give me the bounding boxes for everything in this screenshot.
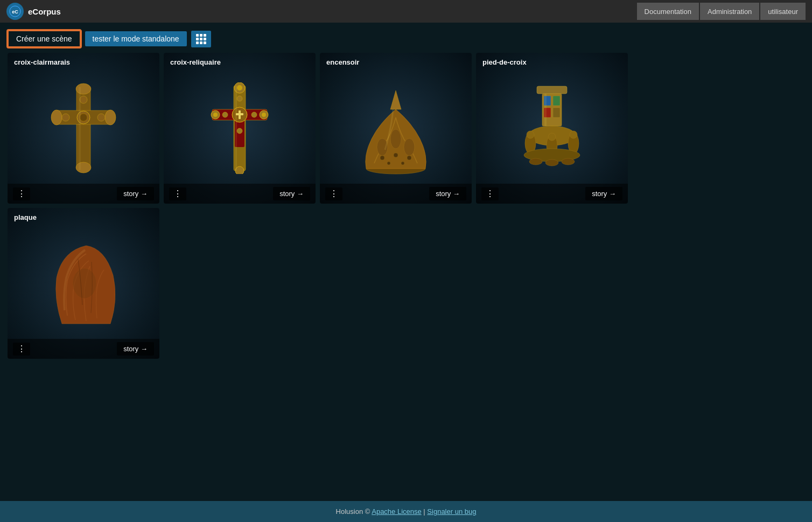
svg-point-35 <box>404 138 415 156</box>
card-image-croix-clairmarais <box>8 53 159 204</box>
card-menu-button-plaque[interactable]: ⋮ <box>13 343 30 356</box>
card-story-button-plaque[interactable]: story → <box>117 342 154 356</box>
card-menu-button-croix-reliquaire[interactable]: ⋮ <box>169 187 186 200</box>
card-bottom-encensoir: ⋮ story → <box>320 184 472 204</box>
svg-point-34 <box>390 129 401 149</box>
svg-point-37 <box>394 153 398 157</box>
cards-row-1: croix-clairmarais <box>8 53 804 204</box>
svg-point-5 <box>76 162 91 173</box>
svg-point-22 <box>262 113 266 117</box>
navbar: eC eCorpus Documentation Administration … <box>0 0 812 23</box>
card-story-button-croix-reliquaire[interactable]: story → <box>273 187 310 200</box>
svg-point-9 <box>80 114 87 121</box>
card-title-croix-clairmarais: croix-clairmarais <box>14 58 70 66</box>
apache-license-link[interactable]: Apache License <box>372 507 422 516</box>
card-croix-clairmarais: croix-clairmarais <box>8 53 159 204</box>
croix-clairmarais-svg <box>48 82 118 174</box>
svg-point-39 <box>387 162 390 165</box>
svg-point-7 <box>105 110 116 125</box>
footer-text: Holusion © <box>336 507 372 516</box>
svg-point-49 <box>527 131 534 138</box>
card-story-button-pied-de-croix[interactable]: story → <box>585 187 622 200</box>
svg-rect-46 <box>553 108 560 117</box>
card-bottom-croix-reliquaire: ⋮ story → <box>164 184 316 204</box>
svg-point-29 <box>237 96 242 101</box>
svg-point-57 <box>562 158 575 165</box>
card-bottom-croix-clairmarais: ⋮ story → <box>8 184 159 204</box>
user-button[interactable]: utilisateur <box>760 3 806 20</box>
svg-rect-41 <box>537 86 567 94</box>
card-story-button-croix-clairmarais[interactable]: story → <box>117 187 154 200</box>
grid-view-button[interactable] <box>191 31 211 47</box>
card-menu-button-pied-de-croix[interactable]: ⋮ <box>481 187 499 200</box>
svg-point-53 <box>570 131 577 138</box>
administration-button[interactable]: Administration <box>700 3 759 20</box>
svg-rect-44 <box>553 96 560 106</box>
svg-point-11 <box>97 114 105 121</box>
card-plaque: plaque <box>8 208 159 359</box>
footer: Holusion © Apache License | Signaler un … <box>0 501 812 522</box>
croix-reliquaire-svg <box>205 82 275 174</box>
svg-point-18 <box>237 85 242 91</box>
encensoir-svg <box>353 80 439 177</box>
nav-buttons: Documentation Administration utilisateur <box>637 3 806 20</box>
main-content: croix-clairmarais <box>0 53 812 501</box>
report-bug-link[interactable]: Signaler un bug <box>427 507 476 516</box>
footer-separator: | <box>422 507 428 516</box>
svg-point-20 <box>213 113 218 117</box>
grid-icon <box>196 34 206 44</box>
svg-text:eC: eC <box>12 9 18 15</box>
pied-de-croix-svg <box>514 80 590 177</box>
svg-rect-26 <box>236 113 243 115</box>
card-image-croix-reliquaire <box>164 53 316 204</box>
svg-point-4 <box>76 83 91 94</box>
card-menu-button-croix-clairmarais[interactable]: ⋮ <box>13 187 30 200</box>
card-title-croix-reliquaire: croix-reliquaire <box>170 58 221 66</box>
card-croix-reliquaire: croix-reliquaire <box>164 53 316 204</box>
card-menu-button-encensoir[interactable]: ⋮ <box>325 187 342 200</box>
plaque-svg <box>46 235 121 332</box>
svg-point-59 <box>73 268 96 298</box>
nav-left: eC eCorpus <box>6 3 61 20</box>
card-bottom-pied-de-croix: ⋮ story → <box>476 184 628 204</box>
card-title-plaque: plaque <box>14 213 37 221</box>
card-image-encensoir <box>320 53 472 204</box>
card-title-pied-de-croix: pied-de-croix <box>482 58 527 66</box>
card-bottom-plaque: ⋮ story → <box>8 339 159 359</box>
create-scene-button[interactable]: Créer une scène <box>8 30 81 47</box>
svg-rect-13 <box>79 87 81 170</box>
svg-point-27 <box>222 112 228 117</box>
svg-point-30 <box>237 128 242 134</box>
card-image-plaque <box>8 208 159 359</box>
standalone-mode-button[interactable]: tester le mode standalone <box>85 31 187 46</box>
svg-point-28 <box>251 112 257 117</box>
svg-point-56 <box>545 159 558 166</box>
svg-rect-58 <box>544 94 547 126</box>
svg-point-36 <box>380 156 384 160</box>
logo-icon: eC <box>6 3 24 20</box>
svg-point-6 <box>51 110 62 125</box>
svg-rect-31 <box>235 86 237 171</box>
card-encensoir: encensoir <box>320 53 472 204</box>
card-pied-de-croix: pied-de-croix <box>476 53 628 204</box>
svg-point-10 <box>62 114 69 121</box>
svg-point-55 <box>529 158 542 165</box>
documentation-button[interactable]: Documentation <box>637 3 699 20</box>
svg-point-51 <box>548 133 556 141</box>
cards-row-2: plaque <box>8 208 804 359</box>
svg-point-12 <box>80 96 87 103</box>
brand-name: eCorpus <box>28 7 61 16</box>
svg-point-40 <box>401 162 404 165</box>
card-story-button-encensoir[interactable]: story → <box>429 187 466 200</box>
card-title-encensoir: encensoir <box>326 58 359 66</box>
svg-point-38 <box>407 156 411 160</box>
toolbar: Créer une scène tester le mode standalon… <box>0 23 812 53</box>
card-image-pied-de-croix <box>476 53 628 204</box>
